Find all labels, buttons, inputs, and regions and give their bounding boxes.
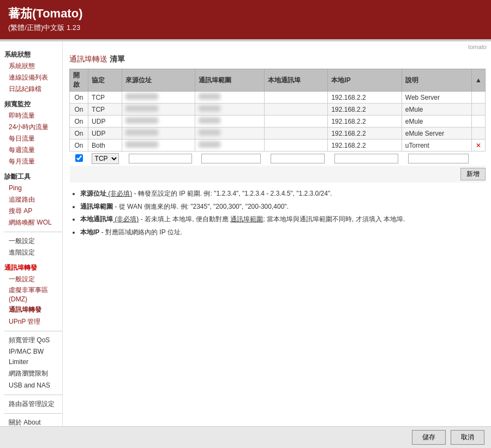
sidebar-item-dmz[interactable]: 虛擬非軍事區(DMZ): [4, 285, 62, 305]
sidebar-item-device-list[interactable]: 連線設備列表: [4, 72, 62, 83]
sidebar-item-realtime[interactable]: 即時流量: [4, 110, 62, 122]
sidebar-section-diag: 診斷工具: [4, 172, 62, 181]
row-on: On: [70, 140, 88, 152]
sidebar-item-daily[interactable]: 每日流量: [4, 133, 62, 144]
sidebar-item-traceroute[interactable]: 追蹤路由: [4, 194, 62, 205]
sidebar-item-ping[interactable]: Ping: [4, 183, 62, 194]
sidebar-item-general-settings[interactable]: 一般設定: [4, 235, 62, 247]
row-range: [195, 140, 265, 152]
row-proto: UDP: [88, 128, 122, 140]
sidebar-section-system: 系統狀態: [4, 50, 62, 59]
row-delete-button[interactable]: [472, 104, 486, 116]
sidebar-item-usb-nas[interactable]: USB and NAS: [4, 380, 62, 391]
new-row-localport-input[interactable]: [271, 154, 325, 164]
sidebar-item-port-general[interactable]: 一般設定: [4, 274, 62, 285]
table-row: OnBoth192.168.2.2uTorrent✕: [70, 140, 486, 152]
add-button[interactable]: 新增: [460, 168, 486, 180]
port-forward-table: 開啟 協定 來源位址 通訊埠範圍 本地通訊埠 本地IP 說明 ▲ OnTCP19…: [69, 69, 486, 183]
row-proto: UDP: [88, 116, 122, 128]
col-header-src: 來源位址: [122, 69, 195, 92]
row-local-port: [264, 140, 327, 152]
add-button-row: 新增: [70, 166, 486, 183]
row-delete-button[interactable]: [472, 116, 486, 128]
new-row-range-input[interactable]: [201, 154, 261, 164]
row-delete-button[interactable]: [472, 92, 486, 104]
save-button[interactable]: 儲存: [412, 430, 446, 445]
row-local-port: [264, 104, 327, 116]
row-range: [195, 116, 265, 128]
col-header-range: 通訊埠範圍: [195, 69, 265, 92]
note-2: 通訊埠範圍 - 從 WAN 側進來的埠. 例: "2345", "200,300…: [80, 201, 486, 213]
row-local-ip: 192.168.2.2: [328, 128, 402, 140]
sidebar-item-log[interactable]: 日誌紀錄檔: [4, 83, 62, 95]
note-3: 本地通訊埠 (非必填) - 若未填上 本地埠, 便自動對應 通訊埠範圍; 當本地…: [80, 214, 486, 226]
sidebar-section-bandwidth: 頻寬監控: [4, 100, 62, 109]
row-range: [195, 92, 265, 104]
app-subtitle: (繁體/正體)中文版 1.23: [8, 23, 483, 33]
table-row: OnTCP192.168.2.2Web Server: [70, 92, 486, 104]
row-desc: eMule: [402, 116, 471, 128]
col-header-proto: 協定: [88, 69, 122, 92]
tomato-label: tomato: [468, 44, 487, 50]
col-header-local-port: 本地通訊埠: [264, 69, 327, 92]
row-local-ip: 192.168.2.2: [328, 140, 402, 152]
row-on: On: [70, 104, 88, 116]
sidebar-item-port-forward-active[interactable]: 通訊埠轉發: [4, 304, 62, 316]
new-row: TCP UDP Both: [70, 152, 486, 166]
row-on: On: [70, 92, 88, 104]
notes-section: 來源位址 (非必填) - 轉發至設定的 IP 範圍. 例: "1.2.3.4",…: [69, 188, 486, 238]
app-title: 蕃茄(Tomato): [8, 5, 483, 22]
row-desc: eMule Server: [402, 128, 471, 140]
row-src: [122, 116, 195, 128]
sidebar-item-router-admin[interactable]: 路由器管理設定: [4, 398, 62, 410]
row-proto: TCP: [88, 92, 122, 104]
sidebar-item-weekly[interactable]: 每週流量: [4, 144, 62, 156]
new-row-localip-input[interactable]: [334, 154, 398, 164]
row-proto: Both: [88, 140, 122, 152]
row-proto: TCP: [88, 104, 122, 116]
table-row: OnTCP192.168.2.2eMule: [70, 104, 486, 116]
col-header-local-ip: 本地IP: [328, 69, 402, 92]
table-row: OnUDP192.168.2.2eMule Server: [70, 128, 486, 140]
col-header-desc: 說明: [402, 69, 471, 92]
sidebar-item-24h[interactable]: 24小時內流量: [4, 122, 62, 133]
breadcrumb-part1: 通訊埠轉送: [69, 55, 107, 63]
sidebar-item-web-filter[interactable]: 網路瀏覽限制: [4, 368, 62, 379]
app-header: 蕃茄(Tomato) (繁體/正體)中文版 1.23: [0, 0, 491, 39]
new-row-src-input[interactable]: [129, 154, 192, 164]
cancel-button[interactable]: 取消: [451, 430, 484, 445]
row-delete-button[interactable]: ✕: [472, 140, 486, 152]
row-local-ip: 192.168.2.2: [328, 104, 402, 116]
sidebar-item-ap-search[interactable]: 搜尋 AP: [4, 205, 62, 217]
row-src: [122, 92, 195, 104]
sidebar-section-port: 通訊埠轉發: [4, 263, 62, 273]
row-src: [122, 140, 195, 152]
sidebar-item-bw-limiter[interactable]: IP/MAC BW Limiter: [4, 346, 62, 368]
row-on: On: [70, 128, 88, 140]
sidebar-item-advanced-settings[interactable]: 進階設定: [4, 247, 62, 258]
row-on: On: [70, 116, 88, 128]
new-row-proto-select[interactable]: TCP UDP Both: [92, 153, 119, 164]
sidebar-item-sys-status[interactable]: 系統狀態: [4, 60, 62, 72]
breadcrumb: 通訊埠轉送 清單: [69, 55, 486, 64]
table-row: OnUDP192.168.2.2eMule: [70, 116, 486, 128]
row-desc: uTorrent: [402, 140, 471, 152]
row-range: [195, 128, 265, 140]
new-row-checkbox[interactable]: [75, 154, 83, 162]
sidebar: 系統狀態 系統狀態 連線設備列表 日誌紀錄檔 頻寬監控 即時流量 24小時內流量…: [0, 41, 63, 448]
row-src: [122, 104, 195, 116]
row-desc: Web Server: [402, 92, 471, 104]
row-src: [122, 128, 195, 140]
row-local-port: [264, 116, 327, 128]
row-delete-button[interactable]: [472, 128, 486, 140]
sidebar-item-wol[interactable]: 網絡喚醒 WOL: [4, 217, 62, 228]
sidebar-item-upnp[interactable]: UPnP 管理: [4, 316, 62, 328]
sidebar-item-monthly[interactable]: 每月流量: [4, 156, 62, 167]
row-local-port: [264, 128, 327, 140]
col-header-sort[interactable]: ▲: [472, 69, 486, 92]
row-local-port: [264, 92, 327, 104]
row-range: [195, 104, 265, 116]
new-row-desc-input[interactable]: [408, 154, 468, 164]
breadcrumb-part2: 清單: [110, 55, 125, 63]
sidebar-item-qos[interactable]: 頻寬管理 QoS: [4, 335, 62, 346]
